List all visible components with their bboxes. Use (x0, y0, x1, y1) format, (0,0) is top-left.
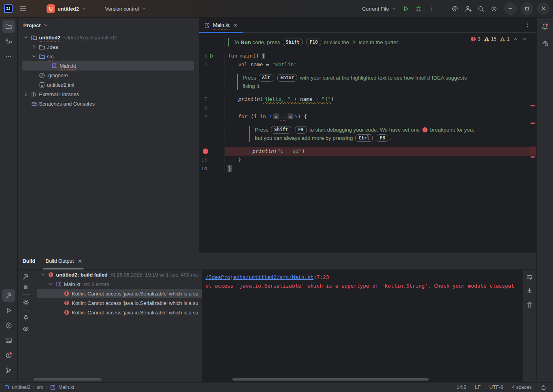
preview-icon[interactable] (22, 325, 29, 332)
tool-structure-button[interactable] (2, 35, 15, 48)
tree-item-scratches-and-consoles[interactable]: Scratches and Consoles (18, 99, 199, 108)
gutter-run-icon[interactable] (207, 53, 216, 59)
indent-setting[interactable]: 4 spaces (512, 385, 532, 390)
gutter[interactable] (199, 38, 225, 47)
chevron-down-icon[interactable] (43, 22, 49, 28)
tab-close-icon[interactable]: ✕ (78, 258, 82, 264)
error-stripe-mark[interactable] (531, 105, 535, 106)
hammer-icon[interactable] (22, 273, 29, 280)
console-horizontal-scrollbar[interactable] (232, 378, 429, 381)
scroll-to-end-icon[interactable] (526, 288, 533, 294)
tool-services-button[interactable] (2, 319, 15, 332)
gutter[interactable]: 9 (199, 112, 225, 121)
chevron-right-icon[interactable] (22, 91, 30, 97)
build-console[interactable]: /IdeaProjects/untitled2/src/Main.kt:7:23… (202, 270, 523, 382)
build-tree-item[interactable]: Kotlin: Cannot access 'java.io.Serializa… (34, 298, 202, 308)
chevron-down-icon[interactable] (47, 281, 54, 287)
chevron-right-icon[interactable] (30, 44, 37, 50)
run-button[interactable] (400, 3, 412, 15)
project-widget[interactable]: U untitled2 (44, 3, 89, 15)
breakpoint-stripe-mark[interactable] (530, 147, 536, 155)
vcs-widget[interactable]: Version control (103, 3, 149, 15)
ai-chat-button[interactable] (539, 37, 551, 50)
gutter[interactable] (199, 147, 225, 156)
tool-build-button[interactable] (2, 289, 15, 302)
tree-item-idea[interactable]: .idea (18, 42, 199, 52)
close-button[interactable] (537, 2, 550, 15)
code-line-4[interactable]: 4val name = "Kotlin" (199, 60, 536, 69)
tool-vcs-button[interactable] (2, 364, 15, 377)
code-line-14[interactable]: 14} (199, 164, 536, 173)
search-everywhere-button[interactable] (475, 3, 487, 15)
breadcrumb-src[interactable]: src (37, 385, 43, 390)
gutter[interactable]: 13 (199, 156, 225, 164)
tool-project-button[interactable] (2, 20, 15, 33)
soft-wrap-icon[interactable] (526, 274, 533, 281)
gutter[interactable]: 7 (199, 95, 225, 104)
gutter[interactable]: 3 (199, 52, 225, 60)
breadcrumb-project[interactable]: untitled2 (12, 385, 30, 390)
notifications-button[interactable] (539, 20, 551, 33)
tree-item-external-libraries[interactable]: External Libraries (18, 89, 199, 99)
unlock-icon[interactable] (540, 384, 547, 390)
debug-button[interactable] (413, 3, 424, 15)
tree-item-gitignore[interactable]: .gitignore (18, 71, 199, 80)
tool-more-button[interactable] (2, 50, 15, 63)
maximize-button[interactable] (521, 2, 533, 15)
stop-icon[interactable] (22, 284, 29, 290)
code-line-breakpoint[interactable]: println("i = $i") (199, 147, 536, 156)
settings-icon[interactable] (22, 299, 30, 306)
build-tree-item[interactable]: Main.ktsrc 3 errors (34, 279, 202, 289)
pin-icon[interactable] (22, 314, 29, 321)
chevron-down-icon[interactable] (22, 35, 30, 40)
gutter[interactable]: 8 (199, 104, 225, 112)
tree-item-untitled2-iml[interactable]: untitled2.iml (18, 80, 199, 89)
inlay-hint[interactable]: ≤ (288, 113, 293, 119)
inlay-hint[interactable]: ≤ (273, 113, 279, 119)
code-line-3[interactable]: 3fun main() { (199, 52, 536, 60)
clear-icon[interactable] (526, 301, 533, 308)
editor-options-button[interactable] (525, 22, 531, 29)
tree-horizontal-scrollbar[interactable] (34, 378, 101, 381)
build-tree-item[interactable]: untitled2: build failedAt 26.06.2025, 19… (34, 270, 202, 279)
minimize-button[interactable] (504, 2, 517, 15)
tree-item-src[interactable]: src (18, 52, 199, 61)
tab-close-icon[interactable]: ✕ (233, 22, 238, 28)
breakpoint-icon[interactable] (203, 149, 208, 154)
code-editor[interactable]: To Run code, press Shift F10 or click th… (199, 33, 536, 253)
gutter[interactable] (199, 126, 225, 142)
settings-button[interactable] (488, 3, 500, 15)
error-stripe-mark[interactable] (531, 123, 535, 124)
gutter[interactable]: 4 (199, 60, 225, 69)
tab-main-kt[interactable]: Main.kt ✕ (199, 18, 242, 32)
more-run-actions-button[interactable] (425, 3, 437, 15)
tool-run-button[interactable] (2, 304, 15, 317)
tool-problems-button[interactable] (2, 349, 15, 362)
breadcrumb-file[interactable]: Main.kt (58, 385, 74, 390)
code-line-9[interactable]: 9for (i in 1≤..≤5) { (199, 112, 536, 121)
line-separator[interactable]: LF (475, 385, 481, 390)
file-encoding[interactable]: UTF-8 (489, 385, 503, 390)
build-tree-item[interactable]: Kotlin: Cannot access 'java.io.Serializa… (37, 289, 202, 298)
main-menu-button[interactable] (17, 3, 29, 15)
error-stripe-mark[interactable] (531, 156, 535, 158)
code-line-7[interactable]: 7println("Hello, " + name + "!") (199, 95, 536, 104)
chevron-down-icon[interactable] (39, 272, 47, 277)
gutter[interactable] (199, 74, 225, 90)
gutter[interactable]: 14 (199, 164, 225, 173)
code-line-8[interactable]: 8 (199, 104, 536, 112)
code-line-13[interactable]: 13} (199, 156, 536, 164)
file-link[interactable]: /IdeaProjects/untitled2/src/Main.kt (206, 274, 314, 280)
tool-terminal-button[interactable] (2, 334, 15, 347)
code-with-me-button[interactable] (462, 3, 474, 15)
caret-position[interactable]: 14:2 (457, 385, 466, 390)
keycap: Ctrl (355, 134, 373, 142)
tree-item-untitled2[interactable]: untitled2~/IdeaProjects/untitled2 (18, 33, 199, 42)
tab-build-output[interactable]: Build Output ✕ (42, 253, 86, 269)
kotlin-file-icon (50, 384, 56, 390)
build-tree-item[interactable]: Kotlin: Cannot access 'java.io.Serializa… (34, 308, 202, 317)
run-configuration-selector[interactable]: Current File (360, 3, 399, 15)
tree-item-main-kt[interactable]: Main.kt (22, 61, 194, 71)
chevron-down-icon[interactable] (30, 54, 37, 59)
ai-assistant-button[interactable] (449, 3, 461, 15)
